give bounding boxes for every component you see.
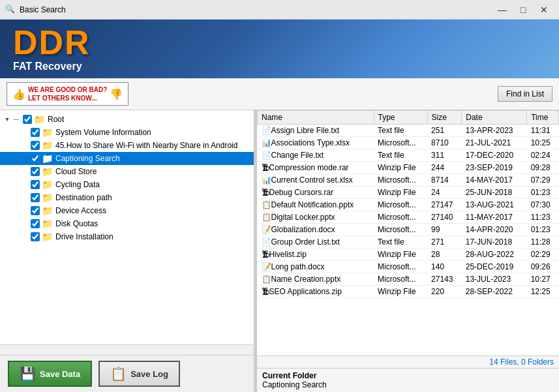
tree-root-label: Root xyxy=(48,115,64,124)
table-row[interactable]: 📝Globalization.docx Microsoft... 99 14-A… xyxy=(258,224,559,236)
tree-container[interactable]: ▼ — 📁 Root ▶ 📁 System Volume Information… xyxy=(0,110,254,344)
file-type-icon: 🗜 xyxy=(262,287,269,296)
file-type-cell: Winzip File xyxy=(374,286,427,298)
file-time-cell: 12:25 xyxy=(527,286,559,298)
tree-checkbox-howto[interactable] xyxy=(31,141,40,150)
file-size-cell: 244 xyxy=(427,162,462,174)
file-type-icon: 📊 xyxy=(262,175,271,185)
close-button[interactable]: ✕ xyxy=(534,3,554,17)
tree-item-captioning[interactable]: ▶ 📁 Captioning Search xyxy=(0,152,254,165)
file-time-cell: 01:23 xyxy=(527,187,559,199)
col-time[interactable]: Time xyxy=(527,111,559,125)
table-row[interactable]: 📄Change File.txt Text file 311 17-DEC-20… xyxy=(258,149,559,162)
tree-label-captioning: Captioning Search xyxy=(55,154,120,163)
current-folder-bar: Current Folder Captioning Search xyxy=(257,368,559,392)
file-size-cell: 140 xyxy=(427,261,462,273)
file-name-cell: 🗜Hivelist.zip xyxy=(258,249,374,261)
file-size-cell: 311 xyxy=(427,149,462,162)
folder-icon-howto: 📁 xyxy=(42,140,53,151)
toolbar: 👍 WE ARE GOOD OR BAD? LET OTHERS KNOW...… xyxy=(0,78,559,110)
tree-checkbox-root[interactable] xyxy=(23,115,32,124)
tree-checkbox-cycling[interactable] xyxy=(31,180,40,189)
save-log-label: Save Log xyxy=(130,369,168,379)
table-row[interactable]: 📋Default Notification.pptx Microsoft... … xyxy=(258,199,559,211)
tree-item-diskquotas[interactable]: ▶ 📁 Disk Quotas xyxy=(0,217,254,230)
table-row[interactable]: 🗜Hivelist.zip Winzip File 28 28-AUG-2022… xyxy=(258,249,559,261)
minimize-button[interactable]: — xyxy=(492,3,512,17)
folder-icon-sysvolinfo: 📁 xyxy=(42,127,53,138)
col-size[interactable]: Size xyxy=(427,111,462,125)
file-time-cell: 01:23 xyxy=(527,224,559,236)
table-row[interactable]: 🗜SEO Applications.zip Winzip File 220 28… xyxy=(258,286,559,298)
file-type-icon: 📋 xyxy=(262,275,271,284)
tree-checkbox-captioning[interactable] xyxy=(31,154,40,163)
file-type-cell: Text file xyxy=(374,149,427,162)
file-type-icon: 📋 xyxy=(262,213,271,222)
folder-icon-diskquotas: 📁 xyxy=(42,219,53,229)
folder-icon-captioning: 📁 xyxy=(42,153,53,164)
tree-checkbox-driveinstall[interactable] xyxy=(31,232,40,241)
file-type-cell: Text file xyxy=(374,125,427,137)
tree-item-cloudstore[interactable]: ▶ 📁 Cloud Store xyxy=(0,165,254,178)
tree-item-deviceaccess[interactable]: ▶ 📁 Device Access xyxy=(0,204,254,217)
file-type-cell: Microsoft... xyxy=(374,174,427,187)
file-name-cell: 📋Default Notification.pptx xyxy=(258,199,374,211)
table-row[interactable]: 📄Assign Libre File.txt Text file 251 13-… xyxy=(258,125,559,137)
file-date-cell: 13-APR-2023 xyxy=(462,125,527,137)
title-bar: 🔍 Basic Search — □ ✕ xyxy=(0,0,559,20)
save-data-icon: 💾 xyxy=(20,366,36,382)
table-row[interactable]: 📄Group Order List.txt Text file 271 17-J… xyxy=(258,236,559,249)
logo-subtitle: FAT Recovery xyxy=(13,61,91,72)
title-bar-title: Basic Search xyxy=(20,5,492,14)
save-data-button[interactable]: 💾 Save Data xyxy=(8,361,92,387)
table-row[interactable]: 📊Current Control set.xlsx Microsoft... 8… xyxy=(258,174,559,187)
table-row[interactable]: 📋Name Creation.pptx Microsoft... 27143 1… xyxy=(258,273,559,286)
file-type-cell: Microsoft... xyxy=(374,211,427,224)
file-list-container[interactable]: Name Type Size Date Time 📄Assign Libre F… xyxy=(257,110,559,355)
logo-ddr: DDR xyxy=(13,25,91,59)
file-date-cell: 14-APR-2020 xyxy=(462,224,527,236)
file-time-cell: 11:31 xyxy=(527,125,559,137)
folder-icon-deviceaccess: 📁 xyxy=(42,205,53,216)
file-count-bar: 14 Files, 0 Folders xyxy=(257,355,559,368)
tree-item-cycling[interactable]: ▶ 📁 Cycling Data xyxy=(0,178,254,191)
tree-root[interactable]: ▼ — 📁 Root xyxy=(0,113,254,126)
tree-checkbox-diskquotas[interactable] xyxy=(31,219,40,228)
tree-label-driveinstall: Drive Installation xyxy=(55,232,113,241)
save-log-button[interactable]: 📋 Save Log xyxy=(98,361,180,387)
file-date-cell: 25-JUN-2018 xyxy=(462,187,527,199)
col-type[interactable]: Type xyxy=(374,111,427,125)
tree-checkbox-destpath[interactable] xyxy=(31,193,40,202)
file-type-icon: 🗜 xyxy=(262,163,269,172)
find-in-list-button[interactable]: Find in List xyxy=(498,86,552,102)
tree-item-howto[interactable]: ▶ 📁 45.How to Share Wi-Fi with Nearby Sh… xyxy=(0,139,254,152)
maximize-button[interactable]: □ xyxy=(513,3,533,17)
file-size-cell: 28 xyxy=(427,249,462,261)
logo: DDR FAT Recovery xyxy=(13,25,91,72)
save-log-icon: 📋 xyxy=(110,366,127,382)
tree-item-sysvolinfo[interactable]: ▶ 📁 System Volume Information xyxy=(0,126,254,139)
tree-checkbox-deviceaccess[interactable] xyxy=(31,206,40,215)
table-row[interactable]: 📋Digital Locker.pptx Microsoft... 27140 … xyxy=(258,211,559,224)
tree-label-destpath: Destination path xyxy=(55,193,112,202)
tree-toggle-root[interactable]: ▼ xyxy=(3,115,12,124)
tree-checkbox-sysvolinfo[interactable] xyxy=(31,128,40,137)
table-row[interactable]: 🗜Debug Cursors.rar Winzip File 24 25-JUN… xyxy=(258,187,559,199)
tree-hscrollbar[interactable] xyxy=(0,344,254,355)
file-size-cell: 8710 xyxy=(427,137,462,149)
file-type-cell: Winzip File xyxy=(374,162,427,174)
tree-item-destpath[interactable]: ▶ 📁 Destination path xyxy=(0,191,254,204)
table-row[interactable]: 🗜Compression mode.rar Winzip File 244 23… xyxy=(258,162,559,174)
tree-checkbox-cloudstore[interactable] xyxy=(31,167,40,176)
rating-icon-left: 👍 xyxy=(12,88,25,100)
tree-item-driveinstall[interactable]: ▶ 📁 Drive Installation xyxy=(0,230,254,243)
save-data-label: Save Data xyxy=(40,369,80,379)
table-row[interactable]: 📊Associations Type.xlsx Microsoft... 871… xyxy=(258,137,559,149)
col-date[interactable]: Date xyxy=(462,111,527,125)
rating-banner[interactable]: 👍 WE ARE GOOD OR BAD? LET OTHERS KNOW...… xyxy=(7,82,128,106)
file-type-cell: Microsoft... xyxy=(374,199,427,211)
col-name[interactable]: Name xyxy=(258,111,374,125)
file-time-cell: 02:24 xyxy=(527,149,559,162)
table-row[interactable]: 📝Long path.docx Microsoft... 140 25-DEC-… xyxy=(258,261,559,273)
tree-toggle-root2[interactable]: — xyxy=(12,115,21,124)
